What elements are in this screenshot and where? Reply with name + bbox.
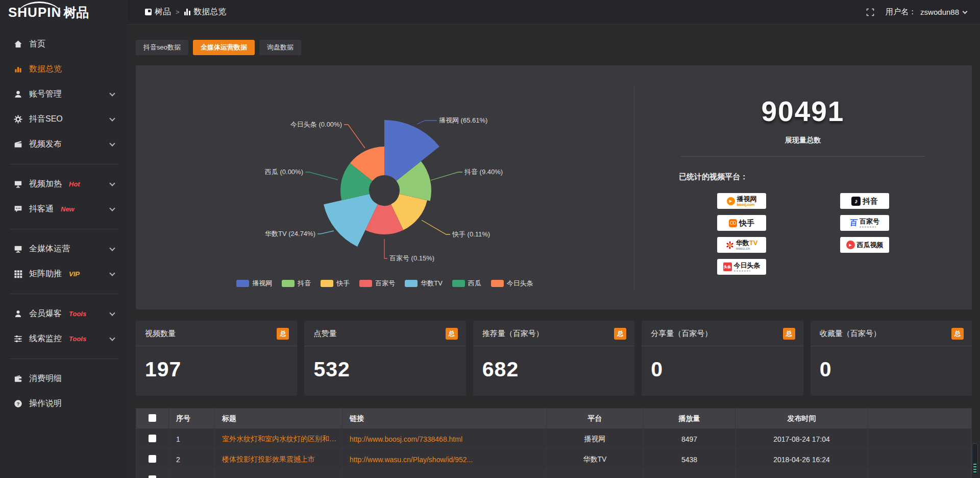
summary-divider [681,156,925,157]
stat-card-value: 0 [811,346,972,381]
total-badge[interactable]: 总 [446,328,458,340]
cell-title-link[interactable]: 楼体投影灯投影效果震撼上市 [215,449,342,470]
stat-card-value: 197 [136,346,297,381]
sidebar-item-matrix-boost[interactable]: 矩阵助推VIP [0,261,128,286]
row-checkbox[interactable] [149,455,156,463]
sidebar-item-douyin-seo[interactable]: 抖音SEO [0,107,128,132]
pie-label-line [344,125,365,148]
total-badge[interactable]: 总 [277,328,289,340]
table-row: 1室外水纹灯和室内水纹灯的区别和简介http://www.boosj.com/7… [136,429,972,449]
wallet-icon [13,374,22,384]
chevron-down-icon [109,310,115,316]
stat-card-header: 推荐量（百家号）总 [473,321,634,346]
breadcrumb-label: 树品 [155,7,171,17]
legend-label: 抖音 [298,279,311,288]
video-table-wrap: 序号标题链接平台播放量发布时间 1室外水纹灯和室内水纹灯的区别和简介http:/… [136,408,972,478]
pie-label: 华数TV (24.74%) [265,230,315,237]
legend-item-百家号[interactable]: 百家号 [359,279,395,288]
stat-card-value: 532 [304,346,465,381]
kuaishou-logo-icon [729,219,737,227]
row-checkbox[interactable] [149,435,156,442]
sidebar-item-video-heat[interactable]: 视频加热Hot [0,172,128,197]
display-icon [13,245,22,254]
cell-url-link[interactable]: http://www.wasu.cn/Play/show/id/952... [342,449,547,470]
checkbox-cell [136,470,169,478]
total-impressions-value: 90491 [634,95,972,128]
legend-item-西瓜[interactable]: 西瓜 [452,279,481,288]
legend-item-抖音[interactable]: 抖音 [282,279,311,288]
stat-card-title: 视频数量 [145,329,176,339]
legend-swatch [321,280,333,287]
legend-item-华数TV[interactable]: 华数TV [405,279,443,288]
scroll-indicator[interactable] [972,443,978,475]
username-value: zswodun88 [920,8,959,16]
sidebar-item-video-publish[interactable]: 视频发布 [0,132,128,157]
tab-media-operation-data[interactable]: 全媒体运营数据 [193,40,255,55]
legend-label: 播视网 [252,279,272,288]
column-header-2: 链接 [342,409,547,429]
sidebar-item-data-overview[interactable]: 数据总览 [0,57,128,82]
platform-badge-华数TV: 华数TVwasu.cn [717,237,766,253]
total-badge[interactable]: 总 [951,328,964,340]
legend-item-今日头条[interactable]: 今日头条 [491,279,533,288]
stat-card-title: 收藏量（百家号） [820,329,881,339]
sidebar-item-consumption-detail[interactable]: 消费明细 [0,366,128,391]
sidebar-divider [9,229,118,229]
row-checkbox[interactable] [149,475,156,478]
username-label: 用户名： [886,7,916,17]
breadcrumb-item-shupin[interactable]: 树品 [145,7,171,17]
pie-slice-华数TV[interactable] [324,194,378,247]
app-icon [145,9,152,15]
column-header-3: 平台 [547,409,644,429]
grid-icon [13,270,22,279]
breadcrumb-item-data-overview[interactable]: 数据总览 [184,7,227,17]
tab-douyin-seo-data[interactable]: 抖音seo数据 [136,40,188,55]
cell-time: 2018-04-26 16:24 [736,449,868,470]
bar-chart-icon [13,65,22,74]
platform-badge-grid: ▶播视网boosj.com快手华数TVwasu.cn头条今日头条♪抖音百百家号▶… [717,193,972,275]
cell-url-link[interactable]: http://www.boosj.com/7338468.html [342,429,547,449]
column-header-4: 播放量 [644,409,736,429]
chevron-down-icon [109,245,115,251]
pie-label: 今日头条 (0.00%) [290,121,342,128]
tab-inquiry-data[interactable]: 询盘数据 [259,40,301,55]
sidebar-item-member-burst[interactable]: 会员爆客Tools [0,301,128,326]
sidebar-item-label: 首页 [29,39,45,50]
platform-badge-今日头条: 头条今日头条 [717,259,766,275]
sidebar-item-operation-guide[interactable]: ?操作说明 [0,391,128,416]
brand-logo[interactable]: SHUPIN 树品 [0,0,128,25]
sidebar-item-home[interactable]: 首页 [0,32,128,57]
sidebar-item-account-management[interactable]: 账号管理 [0,82,128,107]
summary-panel: 90491 展现量总数 已统计的视频平台： ▶播视网boosj.com快手华数T… [634,65,972,309]
cell-filler [868,449,972,470]
user-menu[interactable]: 用户名：zswodun88 [886,7,967,17]
fullscreen-icon[interactable] [866,8,874,16]
chevron-down-icon [109,335,115,341]
sidebar-item-douketong[interactable]: 抖客通New [0,197,128,222]
select-all-checkbox[interactable] [149,414,156,422]
chevron-down-icon [109,140,115,146]
stat-card-分享量（百家号）: 分享量（百家号）总0 [642,321,803,396]
stat-card-value: 682 [473,346,634,381]
logo-suffix: 树品 [63,4,89,21]
sidebar-item-media-operation[interactable]: 全媒体运营 [0,236,128,261]
total-badge[interactable]: 总 [614,328,626,340]
clapper-icon [13,140,22,149]
total-badge[interactable]: 总 [783,328,795,340]
sidebar-item-label: 抖音SEO [29,114,63,125]
sidebar-item-clue-monitor[interactable]: 线索监控Tools [0,326,128,351]
chevron-down-icon [109,205,115,211]
stat-card-视频数量: 视频数量总197 [136,321,297,396]
header-checkbox-cell [136,409,169,429]
question-icon: ? [13,399,22,409]
cell-title-link[interactable]: 室外水纹灯和室内水纹灯的区别和简介 [215,429,342,449]
legend-item-播视网[interactable]: 播视网 [236,279,272,288]
toutiao-logo-icon: 头条 [723,262,732,271]
pie-label-line [305,172,338,180]
sidebar-item-tag: Tools [69,310,86,318]
cell-index: 2 [169,449,215,470]
legend-swatch [405,280,418,287]
column-header-filler [868,409,972,429]
cell-index: 1 [169,429,215,449]
legend-item-快手[interactable]: 快手 [321,279,350,288]
